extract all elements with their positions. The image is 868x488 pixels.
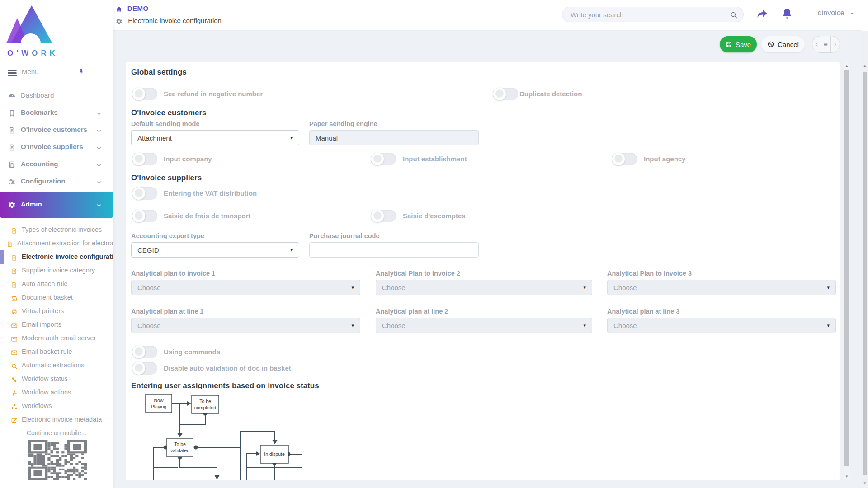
using-commands-toggle[interactable] — [132, 346, 157, 358]
admin-subitem-types-of-electronic-invoices[interactable]: Types of electronic invoices — [0, 223, 113, 237]
gauge-icon — [8, 92, 16, 100]
file-invoice-icon — [6, 240, 13, 248]
save-button[interactable]: Save — [720, 36, 757, 52]
admin-subitem-electronic-invoice-configuration[interactable]: Electronic invoice configuration — [0, 250, 113, 264]
input-establishment-toggle[interactable] — [371, 153, 396, 165]
bell-icon[interactable] — [781, 7, 793, 20]
page-title-label: Electronic invoice configuration — [128, 17, 222, 24]
accounting-export-type-select[interactable]: CEGID▾ — [131, 242, 299, 258]
runner-icon — [11, 389, 18, 397]
scroll-up-arrow[interactable]: ▲ — [862, 63, 868, 69]
pen-square-icon — [11, 416, 18, 424]
chevron-down-icon — [96, 178, 102, 186]
scroll-down-arrow[interactable]: ▼ — [844, 474, 850, 479]
pager-previous-button[interactable] — [812, 36, 821, 52]
scrollbar-thumb[interactable] — [844, 70, 849, 466]
scrollbar-thumb[interactable] — [863, 72, 867, 475]
paper-sending-engine-input[interactable] — [309, 130, 479, 145]
svg-text:In dispute: In dispute — [264, 451, 285, 457]
content-scrollbar[interactable]: ▲ ▼ — [844, 62, 850, 480]
disable-auto-validation-toggle[interactable] — [132, 362, 157, 375]
svg-text:To be: To be — [199, 399, 211, 404]
analytical-plan-line3-select[interactable]: Choose▾ — [607, 318, 836, 333]
admin-subitem-workflow-actions[interactable]: Workflow actions — [0, 386, 113, 399]
admin-subitem-workflow-status[interactable]: Workflow status — [0, 372, 113, 386]
analytical-plan-line1-select[interactable]: Choose▾ — [131, 318, 360, 333]
sidebar-item-label: Bookmarks — [21, 108, 58, 116]
sidebar-item-admin[interactable]: Admin — [0, 192, 113, 218]
chevron-right-icon — [832, 42, 838, 47]
gear-icon — [116, 18, 123, 25]
svg-text:Now: Now — [154, 398, 163, 403]
saisie-frais-toggle[interactable] — [132, 210, 157, 222]
chevron-down-icon — [96, 161, 102, 169]
hamburger-icon[interactable] — [8, 70, 17, 77]
admin-subitem-automatic-extractions[interactable]: Automatic extractions — [0, 359, 113, 372]
search-input[interactable] — [571, 7, 724, 22]
sidebar-item-oinvoice-customers[interactable]: O'Invoice customers — [0, 122, 113, 139]
floppy-icon — [726, 41, 732, 48]
cancel-button[interactable]: Cancel — [761, 36, 805, 52]
diagram-node-to-be-completed[interactable] — [192, 395, 219, 413]
sidebar-item-label: Admin — [21, 200, 42, 208]
saisie-escomptes-toggle[interactable] — [371, 210, 396, 222]
qr-code — [28, 440, 87, 480]
purchase-journal-code-input[interactable] — [309, 242, 479, 258]
admin-subitem-auto-attach-rule[interactable]: Auto attach rule — [0, 277, 113, 291]
sidebar-item-bookmarks[interactable]: Bookmarks — [0, 104, 113, 122]
pin-icon[interactable] — [78, 67, 85, 75]
input-agency-toggle[interactable] — [612, 153, 637, 165]
file-invoice-icon — [11, 253, 18, 262]
input-agency-label: Input agency — [644, 153, 686, 165]
app-logo[interactable]: O'WORK — [0, 4, 113, 48]
section-title-global-settings: Global settings — [131, 68, 187, 77]
analytical-plan-invoice2-select[interactable]: Choose▾ — [376, 280, 592, 295]
bookmark-icon — [8, 109, 16, 117]
section-title-suppliers: O'Invoice suppliers — [131, 174, 202, 183]
magnifier-icon — [11, 362, 18, 370]
user-menu[interactable]: dinvoice — [818, 9, 855, 17]
section-title-assignments: Entering user assignments based on invoi… — [131, 381, 319, 390]
scroll-down-arrow[interactable]: ▼ — [862, 481, 868, 486]
scroll-up-arrow[interactable]: ▲ — [844, 63, 850, 69]
page-scrollbar[interactable]: ▲ ▼ — [862, 0, 868, 488]
analytical-plan-invoice1-select[interactable]: Choose▾ — [131, 280, 360, 295]
analytical-plan-line2-label: Analytical plan at line 2 — [376, 308, 448, 315]
analytical-plan-invoice3-select[interactable]: Choose▾ — [607, 280, 836, 295]
default-sending-mode-select[interactable]: Attachment▾ — [131, 130, 299, 145]
calculator-icon — [8, 160, 16, 169]
file-invoice-icon — [11, 226, 18, 235]
page-title: Electronic invoice configuration — [116, 17, 222, 25]
share-icon[interactable] — [756, 8, 769, 20]
pager-next-button[interactable] — [831, 36, 840, 52]
sidebar-item-oinvoice-suppliers[interactable]: O'Invoice suppliers — [0, 139, 113, 156]
diagram-node-now-playing[interactable] — [146, 394, 172, 413]
input-company-toggle[interactable] — [132, 153, 157, 165]
file-invoice-icon — [8, 126, 16, 134]
admin-subitem-attachment-extraction[interactable]: Attachment extraction for electron — [0, 237, 113, 250]
see-refund-toggle[interactable] — [132, 88, 157, 100]
admin-subitem-supplier-invoice-category[interactable]: Supplier invoice category — [0, 264, 113, 277]
sidebar-item-dashboard[interactable]: Dashboard — [0, 87, 113, 104]
entering-vat-toggle[interactable] — [132, 187, 157, 200]
default-sending-mode-label: Default sending mode — [131, 120, 199, 127]
sidebar-item-accounting[interactable]: Accounting — [0, 156, 113, 173]
caret-down-icon: ▾ — [290, 135, 293, 141]
sidebar-item-configuration[interactable]: Configuration — [0, 173, 113, 190]
breadcrumb[interactable]: DEMO — [116, 5, 149, 13]
admin-subitem-workflows[interactable]: Workflows — [0, 399, 113, 413]
admin-subitem-virtual-printers[interactable]: Virtual printers — [0, 305, 113, 318]
sliders-icon — [8, 178, 16, 186]
search-icon[interactable] — [730, 10, 738, 19]
inbox-icon — [11, 294, 18, 302]
analytical-plan-line1-label: Analytical plan at line 1 — [131, 308, 203, 315]
analytical-plan-line2-select[interactable]: Choose▾ — [376, 318, 592, 333]
pager-list-button[interactable] — [821, 36, 830, 52]
admin-subitem-modern-auth-email-server[interactable]: Modern auth email server — [0, 332, 113, 345]
svg-text:Playing: Playing — [151, 404, 167, 409]
username-label: dinvoice — [818, 9, 844, 17]
admin-subitem-email-imports[interactable]: Email imports — [0, 318, 113, 332]
admin-subitem-document-basket[interactable]: Document basket — [0, 291, 113, 305]
admin-subitem-email-basket-rule[interactable]: Email basket rule — [0, 345, 113, 359]
duplicate-detection-toggle[interactable] — [493, 88, 518, 100]
